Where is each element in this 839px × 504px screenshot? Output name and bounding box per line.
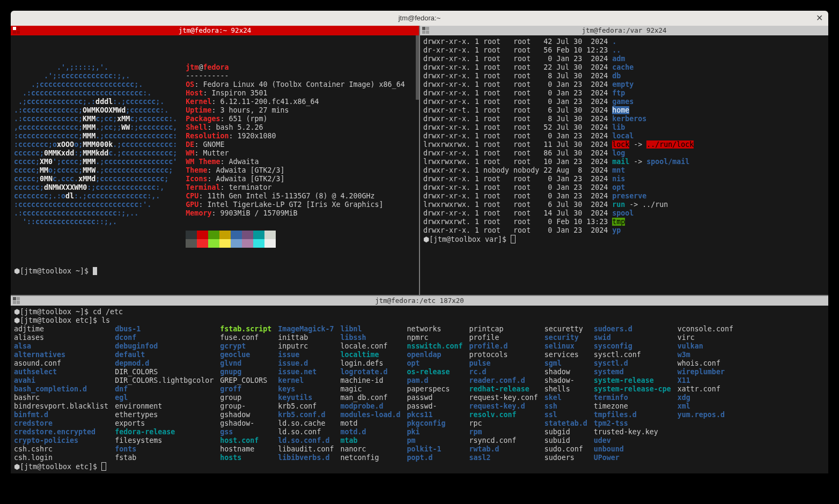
pane-title-inactive[interactable]: jtm@fedora:/var 92x24 [420,26,828,35]
svg-rect-5 [426,27,429,30]
fedora-ascii-logo: .',;::::;,'. .';:cccccccccccc:;,. .;cccc… [14,63,177,248]
cursor-icon [93,267,97,275]
terminal-output-etc[interactable]: ⬢[jtm@toolbox ~]$ cd /etc⬢[jtm@toolbox e… [11,306,828,473]
svg-rect-6 [422,31,425,34]
svg-rect-4 [422,27,425,30]
pane-title-active[interactable]: jtm@fedora:~ 92x24 [11,26,419,35]
cursor-icon [101,462,106,471]
scrollbar[interactable] [416,35,419,100]
svg-rect-0 [13,27,16,30]
svg-rect-8 [13,297,16,300]
svg-rect-3 [17,31,20,34]
split-icon [422,27,430,34]
cursor-icon [511,235,516,243]
pane-top-right[interactable]: jtm@fedora:/var 92x24 drwxr-xr-x. 1 root… [420,26,828,295]
terminal-output-left[interactable]: .',;::::;,'. .';:cccccccccccc:;,. .;cccc… [11,35,419,295]
pane-title-label: jtm@fedora:/var 92x24 [582,26,666,34]
window-titlebar: jtm@fedora:~ ✕ [11,11,828,26]
terminal-split-container: jtm@fedora:~ 92x24 .',;::::;,'. .';:cccc… [11,26,828,473]
window-title: jtm@fedora:~ [399,14,441,22]
terminal-output-var[interactable]: drwxr-xr-x. 1 root root 42 Jul 30 2024 .… [420,35,828,295]
svg-rect-11 [17,301,20,304]
neofetch-info: jtm@fedora----------OS: Fedora Linux 40 … [186,63,404,248]
svg-rect-1 [17,27,20,30]
svg-rect-7 [426,31,429,34]
pane-bottom[interactable]: jtm@fedora:/etc 187x20 ⬢[jtm@toolbox ~]$… [11,296,828,473]
close-icon[interactable]: ✕ [816,11,823,26]
pane-title-label: jtm@fedora:/etc 187x20 [375,297,464,305]
split-icon [13,27,20,34]
pane-title-label: jtm@fedora:~ 92x24 [179,26,251,34]
svg-rect-9 [17,297,20,300]
pane-top-left[interactable]: jtm@fedora:~ 92x24 .',;::::;,'. .';:cccc… [11,26,419,295]
prompt: ⬢[jtm@toolbox ~]$ [14,267,93,275]
svg-rect-10 [13,301,16,304]
split-icon [13,297,20,305]
svg-rect-2 [13,31,16,34]
pane-title-inactive[interactable]: jtm@fedora:/etc 187x20 [11,296,828,306]
